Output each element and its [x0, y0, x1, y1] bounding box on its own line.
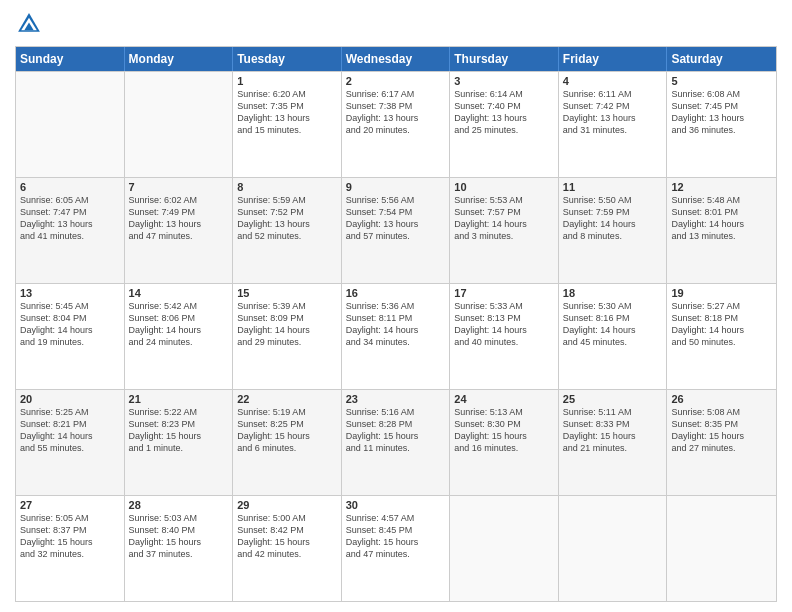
cal-cell: 30Sunrise: 4:57 AMSunset: 8:45 PMDayligh… — [342, 496, 451, 601]
day-info: Sunrise: 5:16 AMSunset: 8:28 PMDaylight:… — [346, 406, 446, 455]
day-number: 6 — [20, 181, 120, 193]
header — [15, 10, 777, 38]
day-info: Sunrise: 5:36 AMSunset: 8:11 PMDaylight:… — [346, 300, 446, 349]
day-number: 28 — [129, 499, 229, 511]
week-row-5: 27Sunrise: 5:05 AMSunset: 8:37 PMDayligh… — [16, 495, 776, 601]
header-day-tuesday: Tuesday — [233, 47, 342, 71]
day-number: 20 — [20, 393, 120, 405]
week-row-3: 13Sunrise: 5:45 AMSunset: 8:04 PMDayligh… — [16, 283, 776, 389]
header-day-wednesday: Wednesday — [342, 47, 451, 71]
cal-cell: 26Sunrise: 5:08 AMSunset: 8:35 PMDayligh… — [667, 390, 776, 495]
day-info: Sunrise: 5:27 AMSunset: 8:18 PMDaylight:… — [671, 300, 772, 349]
day-number: 21 — [129, 393, 229, 405]
cal-cell: 27Sunrise: 5:05 AMSunset: 8:37 PMDayligh… — [16, 496, 125, 601]
cal-cell: 3Sunrise: 6:14 AMSunset: 7:40 PMDaylight… — [450, 72, 559, 177]
day-info: Sunrise: 5:22 AMSunset: 8:23 PMDaylight:… — [129, 406, 229, 455]
cal-cell: 18Sunrise: 5:30 AMSunset: 8:16 PMDayligh… — [559, 284, 668, 389]
day-number: 7 — [129, 181, 229, 193]
header-day-friday: Friday — [559, 47, 668, 71]
calendar-header: SundayMondayTuesdayWednesdayThursdayFrid… — [16, 47, 776, 71]
day-number: 14 — [129, 287, 229, 299]
day-number: 4 — [563, 75, 663, 87]
day-number: 29 — [237, 499, 337, 511]
cal-cell: 21Sunrise: 5:22 AMSunset: 8:23 PMDayligh… — [125, 390, 234, 495]
day-info: Sunrise: 6:02 AMSunset: 7:49 PMDaylight:… — [129, 194, 229, 243]
cal-cell — [450, 496, 559, 601]
day-info: Sunrise: 6:20 AMSunset: 7:35 PMDaylight:… — [237, 88, 337, 137]
day-info: Sunrise: 5:53 AMSunset: 7:57 PMDaylight:… — [454, 194, 554, 243]
cal-cell: 24Sunrise: 5:13 AMSunset: 8:30 PMDayligh… — [450, 390, 559, 495]
calendar: SundayMondayTuesdayWednesdayThursdayFrid… — [15, 46, 777, 602]
day-info: Sunrise: 5:11 AMSunset: 8:33 PMDaylight:… — [563, 406, 663, 455]
day-number: 1 — [237, 75, 337, 87]
day-number: 8 — [237, 181, 337, 193]
day-number: 13 — [20, 287, 120, 299]
cal-cell: 16Sunrise: 5:36 AMSunset: 8:11 PMDayligh… — [342, 284, 451, 389]
cal-cell: 12Sunrise: 5:48 AMSunset: 8:01 PMDayligh… — [667, 178, 776, 283]
cal-cell: 13Sunrise: 5:45 AMSunset: 8:04 PMDayligh… — [16, 284, 125, 389]
cal-cell: 23Sunrise: 5:16 AMSunset: 8:28 PMDayligh… — [342, 390, 451, 495]
day-info: Sunrise: 5:39 AMSunset: 8:09 PMDaylight:… — [237, 300, 337, 349]
day-number: 11 — [563, 181, 663, 193]
logo-icon — [15, 10, 43, 38]
cal-cell: 15Sunrise: 5:39 AMSunset: 8:09 PMDayligh… — [233, 284, 342, 389]
day-number: 10 — [454, 181, 554, 193]
day-number: 22 — [237, 393, 337, 405]
day-info: Sunrise: 6:08 AMSunset: 7:45 PMDaylight:… — [671, 88, 772, 137]
day-info: Sunrise: 6:17 AMSunset: 7:38 PMDaylight:… — [346, 88, 446, 137]
day-number: 2 — [346, 75, 446, 87]
day-info: Sunrise: 5:42 AMSunset: 8:06 PMDaylight:… — [129, 300, 229, 349]
day-number: 18 — [563, 287, 663, 299]
header-day-thursday: Thursday — [450, 47, 559, 71]
day-info: Sunrise: 5:19 AMSunset: 8:25 PMDaylight:… — [237, 406, 337, 455]
cal-cell: 9Sunrise: 5:56 AMSunset: 7:54 PMDaylight… — [342, 178, 451, 283]
cal-cell: 6Sunrise: 6:05 AMSunset: 7:47 PMDaylight… — [16, 178, 125, 283]
day-info: Sunrise: 5:33 AMSunset: 8:13 PMDaylight:… — [454, 300, 554, 349]
day-info: Sunrise: 6:11 AMSunset: 7:42 PMDaylight:… — [563, 88, 663, 137]
cal-cell: 11Sunrise: 5:50 AMSunset: 7:59 PMDayligh… — [559, 178, 668, 283]
cal-cell: 25Sunrise: 5:11 AMSunset: 8:33 PMDayligh… — [559, 390, 668, 495]
day-info: Sunrise: 5:45 AMSunset: 8:04 PMDaylight:… — [20, 300, 120, 349]
day-number: 25 — [563, 393, 663, 405]
cal-cell: 14Sunrise: 5:42 AMSunset: 8:06 PMDayligh… — [125, 284, 234, 389]
day-info: Sunrise: 5:59 AMSunset: 7:52 PMDaylight:… — [237, 194, 337, 243]
day-info: Sunrise: 5:03 AMSunset: 8:40 PMDaylight:… — [129, 512, 229, 561]
week-row-1: 1Sunrise: 6:20 AMSunset: 7:35 PMDaylight… — [16, 71, 776, 177]
day-info: Sunrise: 5:25 AMSunset: 8:21 PMDaylight:… — [20, 406, 120, 455]
cal-cell: 5Sunrise: 6:08 AMSunset: 7:45 PMDaylight… — [667, 72, 776, 177]
day-number: 26 — [671, 393, 772, 405]
day-number: 12 — [671, 181, 772, 193]
cal-cell — [559, 496, 668, 601]
day-number: 27 — [20, 499, 120, 511]
day-info: Sunrise: 5:56 AMSunset: 7:54 PMDaylight:… — [346, 194, 446, 243]
calendar-body: 1Sunrise: 6:20 AMSunset: 7:35 PMDaylight… — [16, 71, 776, 601]
day-info: Sunrise: 5:05 AMSunset: 8:37 PMDaylight:… — [20, 512, 120, 561]
day-info: Sunrise: 6:14 AMSunset: 7:40 PMDaylight:… — [454, 88, 554, 137]
day-number: 3 — [454, 75, 554, 87]
day-info: Sunrise: 5:30 AMSunset: 8:16 PMDaylight:… — [563, 300, 663, 349]
cal-cell: 8Sunrise: 5:59 AMSunset: 7:52 PMDaylight… — [233, 178, 342, 283]
cal-cell — [16, 72, 125, 177]
day-info: Sunrise: 5:13 AMSunset: 8:30 PMDaylight:… — [454, 406, 554, 455]
cal-cell: 29Sunrise: 5:00 AMSunset: 8:42 PMDayligh… — [233, 496, 342, 601]
cal-cell — [667, 496, 776, 601]
day-number: 23 — [346, 393, 446, 405]
day-info: Sunrise: 5:48 AMSunset: 8:01 PMDaylight:… — [671, 194, 772, 243]
day-number: 9 — [346, 181, 446, 193]
day-number: 19 — [671, 287, 772, 299]
day-number: 30 — [346, 499, 446, 511]
header-day-saturday: Saturday — [667, 47, 776, 71]
day-info: Sunrise: 5:50 AMSunset: 7:59 PMDaylight:… — [563, 194, 663, 243]
cal-cell — [125, 72, 234, 177]
day-info: Sunrise: 5:08 AMSunset: 8:35 PMDaylight:… — [671, 406, 772, 455]
cal-cell: 10Sunrise: 5:53 AMSunset: 7:57 PMDayligh… — [450, 178, 559, 283]
cal-cell: 2Sunrise: 6:17 AMSunset: 7:38 PMDaylight… — [342, 72, 451, 177]
cal-cell: 17Sunrise: 5:33 AMSunset: 8:13 PMDayligh… — [450, 284, 559, 389]
cal-cell: 20Sunrise: 5:25 AMSunset: 8:21 PMDayligh… — [16, 390, 125, 495]
cal-cell: 7Sunrise: 6:02 AMSunset: 7:49 PMDaylight… — [125, 178, 234, 283]
day-number: 5 — [671, 75, 772, 87]
logo — [15, 10, 47, 38]
day-number: 17 — [454, 287, 554, 299]
page: SundayMondayTuesdayWednesdayThursdayFrid… — [0, 0, 792, 612]
week-row-4: 20Sunrise: 5:25 AMSunset: 8:21 PMDayligh… — [16, 389, 776, 495]
